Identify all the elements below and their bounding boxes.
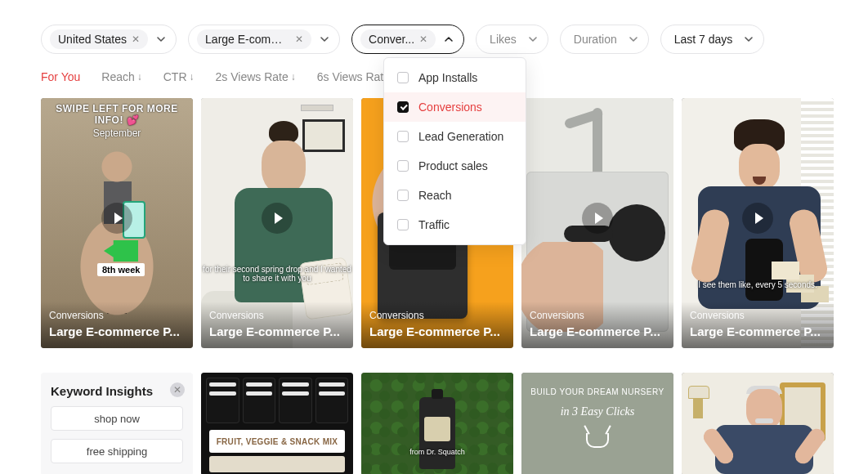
remove-objective-icon[interactable]: ✕ [419,34,427,44]
play-icon[interactable] [101,203,132,234]
video-card[interactable]: FRUIT, VEGGIE & SNACK MIX [201,373,353,474]
filter-likes-label: Likes [485,33,520,46]
keyword-chip-label: free shipping [87,445,147,458]
sort-arrow-down-icon: ↓ [137,71,142,83]
filter-duration-label: Duration [569,33,620,46]
card-tag: Conversions [369,310,505,321]
card-tag: Conversions [209,310,345,321]
objective-option-product-sales[interactable]: Product sales [384,151,526,181]
sort-2s-views[interactable]: 2s Views Rate ↓ [216,70,296,83]
sort-label: Reach [101,70,134,83]
video-card[interactable]: for their second spring drop and I wante… [201,98,353,348]
video-card[interactable]: SWIPE LEFT FOR MORE INFO! 💕 September 8t… [41,98,193,348]
close-icon[interactable]: ✕ [170,382,185,397]
overlay-headline: BUILD YOUR DREAM NURSERY [521,387,673,396]
sort-reach[interactable]: Reach ↓ [101,70,141,83]
objective-dropdown: App Installs Conversions Lead Generation… [383,57,526,245]
chevron-up-icon [444,34,454,44]
sort-arrow-down-icon: ↓ [190,71,195,83]
keyword-chip[interactable]: free shipping [51,439,183,463]
objective-option-lead-generation[interactable]: Lead Generation [384,122,526,151]
play-icon[interactable] [582,203,613,234]
overlay-text-month: September [93,127,141,139]
keyword-insights-title: Keyword Insights [51,384,183,398]
card-title: Large E-commerce P... [209,324,345,338]
filter-timerange-label: Last 7 days [669,33,736,46]
keyword-chip-label: shop now [94,413,140,425]
checkbox-icon [397,72,409,83]
chevron-down-icon [629,34,638,44]
chevron-down-icon [320,34,329,44]
video-subtitle: from Dr. Squatch [361,448,513,456]
play-icon[interactable] [742,203,773,234]
sort-label: 2s Views Rate [216,70,289,83]
filter-objective[interactable]: Conver... ✕ [351,25,464,54]
sort-ctr[interactable]: CTR ↓ [163,70,195,83]
video-card[interactable]: I see them like, every 5 seconds. Conver… [682,98,834,348]
objective-option-app-installs[interactable]: App Installs [384,63,526,92]
option-label: Lead Generation [418,130,503,143]
video-thumbnail: BUILD YOUR DREAM NURSERY in 3 Easy Click… [521,373,673,474]
play-icon[interactable] [262,203,293,234]
checkbox-icon [397,131,409,142]
filter-duration[interactable]: Duration [560,25,649,54]
longhorn-icon [586,433,609,448]
filter-region[interactable]: United States ✕ [41,25,177,54]
video-subtitle: I see them like, every 5 seconds. [682,280,834,289]
remove-region-icon[interactable]: ✕ [132,34,140,44]
option-label: Product sales [418,159,488,172]
checkbox-icon [397,160,409,172]
video-thumbnail: from Dr. Squatch [361,373,513,474]
sort-arrow-down-icon: ↓ [291,71,296,83]
keyword-insights-panel: Keyword Insights ✕ shop now free shippin… [41,373,193,474]
keyword-chip[interactable]: shop now [51,406,183,431]
video-thumbnail [682,373,834,474]
card-title: Large E-commerce P... [49,324,185,338]
video-thumbnail: FRUIT, VEGGIE & SNACK MIX [201,373,353,474]
video-card[interactable]: Conversions Large E-commerce P... [521,98,673,348]
filter-timerange[interactable]: Last 7 days [660,25,765,54]
option-label: App Installs [418,71,477,84]
objective-option-conversions[interactable]: Conversions [384,92,526,122]
overlay-subheadline: in 3 Easy Clicks [521,405,673,418]
checkbox-checked-icon [397,101,409,113]
video-card[interactable] [682,373,834,474]
video-subtitle: for their second spring drop and I wante… [201,265,353,283]
checkbox-icon [397,219,409,230]
chevron-down-icon [528,34,538,44]
filter-likes[interactable]: Likes [476,25,548,54]
filter-objective-value: Conver... [369,33,414,46]
overlay-week-badge: 8th week [97,263,145,276]
card-tag: Conversions [690,310,825,321]
video-card[interactable]: BUILD YOUR DREAM NURSERY in 3 Easy Click… [521,373,673,474]
filter-category[interactable]: Large E-comme... ✕ [188,25,340,54]
option-label: Traffic [418,218,450,231]
sort-label: For You [41,70,80,83]
option-label: Conversions [418,101,482,114]
card-title: Large E-commerce P... [369,324,505,338]
card-title: Large E-commerce P... [530,324,665,338]
card-tag: Conversions [530,310,665,321]
checkbox-icon [397,190,409,201]
sort-label: CTR [163,70,187,83]
arrow-icon [104,240,138,262]
card-title: Large E-commerce P... [690,324,825,338]
product-label: FRUIT, VEGGIE & SNACK MIX [209,430,345,453]
overlay-text-swipe: SWIPE LEFT FOR MORE INFO! 💕 [56,103,178,126]
video-card[interactable]: from Dr. Squatch [361,373,513,474]
filters-row: United States ✕ Large E-comme... ✕ Conve… [0,0,868,54]
remove-category-icon[interactable]: ✕ [295,34,303,44]
chevron-down-icon [744,34,754,44]
results-grid-row-2: Keyword Insights ✕ shop now free shippin… [0,348,868,474]
chevron-down-icon [156,34,166,44]
objective-option-reach[interactable]: Reach [384,181,526,210]
card-tag: Conversions [49,310,185,321]
sort-for-you[interactable]: For You [41,70,80,83]
filter-category-value: Large E-comme... [205,33,290,46]
filter-region-value: United States [58,33,127,46]
objective-option-traffic[interactable]: Traffic [384,210,526,239]
option-label: Reach [418,189,451,202]
sort-label: 6s Views Rate [317,70,390,83]
